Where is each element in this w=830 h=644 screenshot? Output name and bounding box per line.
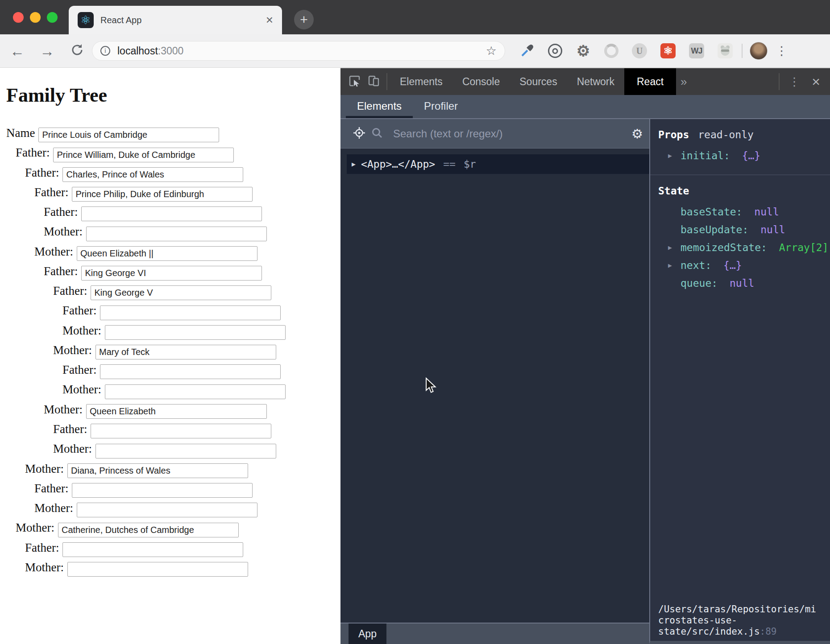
field-input[interactable] [67,562,248,577]
field-input[interactable] [81,266,262,281]
forward-button[interactable]: → [40,44,54,58]
back-button[interactable]: ← [10,44,25,58]
window-titlebar: ⚛ React App × + [0,0,830,34]
url-host: localhost [117,45,158,57]
u-extension-icon[interactable]: U [632,43,647,58]
field-input[interactable] [91,424,271,438]
equals-operator: == [443,158,456,170]
field-input[interactable] [105,325,286,340]
field-input[interactable] [77,246,257,261]
prop-item[interactable]: ▶ initial: {…} [658,147,824,165]
family-field-row: Mother: [0,501,340,517]
search-input[interactable] [393,128,627,140]
devtools-close-icon[interactable]: × [809,74,830,89]
field-input[interactable] [77,503,257,517]
more-tabs-icon[interactable]: » [681,75,687,89]
field-input[interactable] [62,167,243,182]
devtools-tab[interactable]: Elements [390,68,452,95]
state-item[interactable]: ▶ memoizedState: Array[2] [658,239,824,256]
reload-button[interactable] [70,42,85,59]
field-input[interactable] [86,227,267,241]
search-icon [371,127,383,141]
tab-close-icon[interactable]: × [266,14,273,26]
url-bar[interactable]: i localhost:3000 ☆ [92,41,505,61]
field-input[interactable] [100,305,281,320]
breadcrumb-app[interactable]: App [349,623,386,644]
inspect-element-icon[interactable] [349,75,361,89]
state-item[interactable]: baseUpdate: null [658,221,824,239]
eyedropper-extension-icon[interactable] [519,43,535,58]
field-input[interactable] [86,404,267,419]
field-input[interactable] [72,187,253,202]
devtools-tab[interactable]: Console [452,68,510,95]
state-value: null [754,206,779,218]
devtools-tab[interactable]: Sources [510,68,567,95]
field-label: Mother: [34,245,73,258]
field-input[interactable] [58,523,239,537]
zoom-window-button[interactable] [47,12,58,23]
prop-key: initial: [681,150,730,161]
browser-tab[interactable]: ⚛ React App × [69,6,282,34]
state-value: {…} [723,260,742,271]
react-subtab[interactable]: Elements [346,94,413,118]
field-input[interactable] [67,463,248,478]
bookmark-star-icon[interactable]: ☆ [486,44,497,58]
minimize-window-button[interactable] [30,12,41,23]
close-window-button[interactable] [13,12,24,23]
site-info-icon[interactable]: i [100,46,110,56]
devtools-tabs: Elements Console Sources Network React [390,68,676,95]
react-favicon-icon: ⚛ [78,12,94,28]
state-key: next: [681,260,711,271]
field-input[interactable] [95,345,276,359]
react-devtools-extension-icon[interactable]: ⚛ [660,43,676,58]
app-component-row[interactable]: ▶ <App>…</App> == $r [347,154,649,174]
browser-menu-icon[interactable]: ⋮ [776,44,788,58]
field-label: Name [6,126,35,140]
ember-extension-icon[interactable] [718,43,733,58]
expand-arrow-icon[interactable]: ▶ [668,147,672,165]
react-subtab[interactable]: Profiler [413,94,469,118]
field-input[interactable] [105,384,286,399]
device-toolbar-icon[interactable] [368,74,380,89]
react-devtools-subtabs: Elements Profiler [340,95,830,119]
expand-arrow-icon[interactable]: ▶ [668,239,672,256]
expand-arrow-icon[interactable]: ▶ [668,256,672,274]
state-item[interactable]: queue: null [658,274,824,292]
state-item[interactable]: ▶ next: {…} [658,256,824,274]
family-field-row: Father: [0,205,340,221]
field-label: Father: [25,541,59,554]
field-label: Mother: [53,343,92,357]
new-tab-button[interactable]: + [294,10,314,29]
field-input[interactable] [72,483,253,498]
props-state-panel: Propsread-only ▶ initial: {…} State [649,119,830,644]
family-field-row: Father: [0,541,340,557]
source-location[interactable]: /Users/taras/Repositories/mi crostates-u… [650,604,830,641]
field-input[interactable] [81,206,262,221]
field-input[interactable] [38,128,219,142]
family-field-row: Mother: [0,561,340,577]
field-input[interactable] [62,542,243,557]
field-label: Mother: [62,324,101,337]
expand-arrow-icon[interactable]: ▶ [352,160,356,168]
profile-avatar[interactable] [750,42,768,60]
swirl-extension-icon[interactable] [604,44,618,58]
field-input[interactable] [53,148,234,162]
family-field-row: Father: [0,422,340,438]
devtools-tab[interactable]: Network [567,68,624,95]
state-key: baseState: [681,206,742,218]
field-input[interactable] [91,285,271,300]
family-field-row: Father: [0,166,340,182]
field-input[interactable] [100,364,281,379]
select-component-icon[interactable] [353,127,365,141]
password-manager-extension-icon[interactable] [548,44,562,58]
devtools-menu-icon[interactable]: ⋮ [780,75,809,89]
devtools-tab[interactable]: React [624,68,676,95]
field-label: Father: [62,363,96,376]
settings-gear-icon[interactable]: ⚙ [631,126,643,141]
field-input[interactable] [95,444,276,458]
state-item[interactable]: baseState: null [658,203,824,221]
family-field-row: Mother: [0,343,340,359]
wj-extension-icon[interactable]: WJ [689,43,704,58]
search-row: ⚙ [340,119,649,149]
gear-extension-icon[interactable]: ⚙ [576,43,591,58]
